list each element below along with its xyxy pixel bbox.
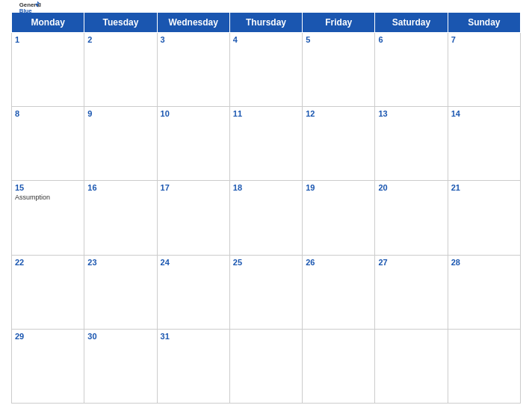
- date-number: 5: [306, 35, 371, 44]
- calendar-cell: 27: [375, 255, 448, 329]
- date-number: 14: [451, 109, 517, 118]
- date-number: 13: [378, 109, 444, 118]
- date-number: 30: [87, 332, 153, 341]
- week-row-5: 293031: [12, 329, 521, 403]
- calendar-cell: [303, 329, 375, 403]
- calendar-cell: 24: [157, 255, 229, 329]
- day-header-sunday: Sunday: [448, 13, 520, 33]
- calendar-cell: 9: [84, 107, 157, 181]
- date-number: 7: [451, 35, 517, 44]
- calendar-cell: 14: [448, 107, 520, 181]
- calendar-cell: 8: [12, 107, 84, 181]
- week-row-4: 22232425262728: [12, 255, 521, 329]
- calendar-cell: 12: [303, 107, 375, 181]
- date-number: 11: [233, 109, 299, 118]
- week-row-3: 15Assumption161718192021: [12, 181, 521, 255]
- date-number: 31: [161, 332, 226, 341]
- date-number: 28: [451, 258, 517, 267]
- day-header-tuesday: Tuesday: [84, 13, 157, 33]
- calendar-cell: 1: [12, 33, 84, 107]
- holiday-label: Assumption: [15, 194, 81, 201]
- calendar-cell: [375, 329, 448, 403]
- week-row-2: 891011121314: [12, 107, 521, 181]
- day-header-saturday: Saturday: [375, 13, 448, 33]
- calendar-cell: 6: [375, 33, 448, 107]
- date-number: 25: [233, 258, 299, 267]
- calendar-cell: [229, 329, 302, 403]
- calendar-cell: 22: [12, 255, 84, 329]
- date-number: 19: [306, 183, 371, 192]
- calendar-cell: 11: [229, 107, 302, 181]
- date-number: 4: [233, 35, 299, 44]
- date-number: 9: [87, 109, 153, 118]
- logo-icon: General Blue: [19, 0, 41, 15]
- calendar-cell: 7: [448, 33, 520, 107]
- calendar-cell: 4: [229, 33, 302, 107]
- calendar-cell: 31: [157, 329, 229, 403]
- calendar-cell: 20: [375, 181, 448, 255]
- calendar-cell: 16: [84, 181, 157, 255]
- date-number: 16: [87, 183, 153, 192]
- calendar-cell: 21: [448, 181, 520, 255]
- calendar-cell: 30: [84, 329, 157, 403]
- calendar-cell: 5: [303, 33, 375, 107]
- date-number: 6: [378, 35, 444, 44]
- logo: General Blue: [19, 0, 41, 15]
- date-number: 20: [378, 183, 444, 192]
- date-number: 12: [306, 109, 371, 118]
- calendar-cell: 29: [12, 329, 84, 403]
- calendar-cell: 28: [448, 255, 520, 329]
- calendar-cell: 18: [229, 181, 302, 255]
- date-number: 1: [15, 35, 81, 44]
- day-header-thursday: Thursday: [229, 13, 302, 33]
- day-header-monday: Monday: [12, 13, 84, 33]
- calendar-cell: 2: [84, 33, 157, 107]
- date-number: 18: [233, 183, 299, 192]
- day-header-wednesday: Wednesday: [157, 13, 229, 33]
- calendar-cell: 13: [375, 107, 448, 181]
- date-number: 15: [15, 183, 81, 192]
- date-number: 29: [15, 332, 81, 341]
- calendar-cell: 3: [157, 33, 229, 107]
- date-number: 8: [15, 109, 81, 118]
- calendar-cell: 23: [84, 255, 157, 329]
- calendar-cell: 15Assumption: [12, 181, 84, 255]
- date-number: 17: [161, 183, 226, 192]
- date-number: 2: [87, 35, 153, 44]
- calendar-cell: [448, 329, 520, 403]
- date-number: 27: [378, 258, 444, 267]
- date-number: 22: [15, 258, 81, 267]
- week-row-1: 1234567: [12, 33, 521, 107]
- calendar-cell: 26: [303, 255, 375, 329]
- date-number: 23: [87, 258, 153, 267]
- date-number: 24: [161, 258, 226, 267]
- day-header-friday: Friday: [303, 13, 375, 33]
- svg-text:Blue: Blue: [19, 7, 33, 14]
- calendar-table: MondayTuesdayWednesdayThursdayFridaySatu…: [11, 12, 521, 404]
- calendar-cell: 17: [157, 181, 229, 255]
- calendar-cell: 19: [303, 181, 375, 255]
- date-number: 21: [451, 183, 517, 192]
- date-number: 26: [306, 258, 371, 267]
- date-number: 10: [161, 109, 226, 118]
- calendar-cell: 25: [229, 255, 302, 329]
- calendar-cell: 10: [157, 107, 229, 181]
- date-number: 3: [161, 35, 226, 44]
